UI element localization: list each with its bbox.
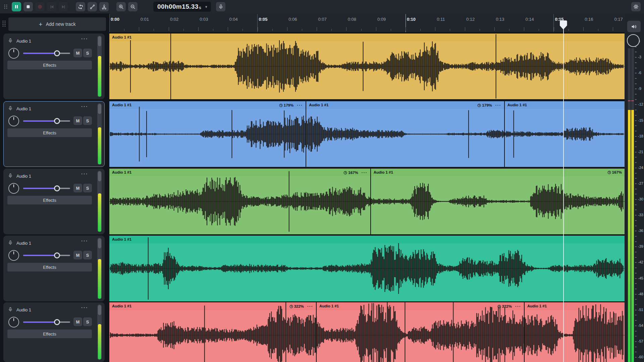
slider-thumb[interactable] [54, 118, 60, 124]
track-header[interactable]: Audio 1···MSEffects [3, 302, 105, 362]
volume-slider[interactable] [23, 118, 70, 124]
clip-menu-button[interactable]: ··· [362, 170, 368, 175]
audio-clip[interactable]: Audio 1 #1 [109, 236, 625, 301]
pause-button[interactable] [12, 2, 21, 11]
effects-button[interactable]: Effects [7, 128, 92, 137]
clip-menu-button[interactable]: ··· [297, 103, 303, 108]
record-button[interactable] [35, 2, 45, 11]
db-tick [635, 57, 637, 58]
master-speaker-button[interactable] [627, 21, 641, 32]
solo-button[interactable]: S [83, 317, 92, 326]
track-header[interactable]: Audio 1···MSEffects [3, 169, 105, 234]
audio-clip[interactable]: Audio 1 #1322%··· [317, 302, 525, 362]
time-display[interactable]: 00h00m15.33s ▾ [153, 2, 211, 12]
ruler-label: 0:00 [111, 17, 119, 22]
slider-track[interactable] [23, 321, 70, 323]
volume-slider[interactable] [23, 252, 70, 259]
effects-button[interactable]: Effects [7, 263, 92, 272]
zoom-out-button[interactable] [128, 2, 138, 11]
slider-track[interactable] [23, 120, 70, 122]
solo-button[interactable]: S [83, 251, 92, 259]
effects-button[interactable]: Effects [7, 329, 92, 338]
automation-button[interactable] [88, 2, 97, 11]
volume-slider[interactable] [23, 50, 70, 57]
track-menu-button[interactable]: ··· [81, 36, 88, 42]
stop-button[interactable] [23, 2, 33, 11]
slider-thumb[interactable] [54, 319, 60, 325]
tempo-badge[interactable]: 322% [497, 304, 512, 308]
tempo-badge[interactable]: 322% [289, 304, 304, 308]
master-volume-knob[interactable] [627, 34, 640, 47]
clip-menu-button[interactable]: ··· [307, 304, 313, 309]
mute-button[interactable]: M [73, 116, 82, 125]
clip-body [109, 109, 306, 167]
track-name[interactable]: Audio 1 [16, 174, 31, 179]
mute-button[interactable]: M [73, 184, 82, 192]
audio-clip[interactable]: Audio 1 #1322%··· [109, 302, 317, 362]
pan-knob[interactable] [8, 183, 19, 194]
effects-button[interactable]: Effects [7, 61, 92, 69]
audio-clip[interactable]: Audio 1 #1179%··· [306, 101, 505, 167]
ruler-tick [450, 29, 450, 31]
track-header[interactable]: Audio 1···MSEffects [3, 101, 105, 167]
solo-button[interactable]: S [83, 49, 92, 57]
clip-menu-button[interactable]: ··· [495, 103, 501, 108]
ruler-tick [524, 27, 524, 31]
effects-button[interactable]: Effects [7, 196, 92, 204]
tempo-badge[interactable]: 179% [279, 103, 293, 107]
mute-button[interactable]: M [73, 251, 82, 259]
track-menu-button[interactable]: ··· [81, 171, 88, 177]
db-label: -9 [638, 86, 641, 90]
tempo-badge[interactable]: 179% [477, 103, 492, 107]
audio-clip[interactable]: Audio 1 #1 [109, 34, 625, 99]
solo-button[interactable]: S [83, 116, 92, 125]
slider-thumb[interactable] [54, 252, 60, 258]
audio-clip[interactable]: Audio 1 #1167% [371, 169, 625, 234]
loop-button[interactable] [76, 2, 85, 11]
toolbar-drag-handle-icon[interactable] [3, 4, 8, 10]
mute-button[interactable]: M [73, 317, 82, 326]
skip-back-button[interactable] [47, 2, 56, 11]
pan-knob[interactable] [8, 317, 19, 327]
audio-clip[interactable]: Audio 1 #1167%··· [109, 169, 371, 234]
settings-gear-button[interactable] [631, 2, 641, 11]
mute-button[interactable]: M [73, 49, 82, 57]
volume-slider[interactable] [23, 185, 70, 192]
track-name[interactable]: Audio 1 [16, 39, 31, 44]
track-menu-button[interactable]: ··· [81, 104, 88, 109]
tempo-badge[interactable]: 167% [607, 170, 622, 174]
audio-clip[interactable]: Audio 1 #1179%··· [109, 101, 306, 167]
slider-track[interactable] [23, 53, 70, 54]
add-track-button[interactable]: + Add new track [8, 17, 106, 31]
slider-track[interactable] [23, 188, 70, 189]
timeline-ruler[interactable]: 0:000:010:020:030:040:050:060:070:080:09… [109, 13, 625, 32]
track-menu-button[interactable]: ··· [81, 238, 88, 244]
track-name[interactable]: Audio 1 [16, 106, 31, 111]
track-menu-button[interactable]: ··· [81, 305, 88, 310]
track-header[interactable]: Audio 1···MSEffects [3, 236, 105, 301]
track-header[interactable]: Audio 1···MSEffects [3, 34, 105, 99]
volume-slider[interactable] [23, 319, 70, 325]
meter-fill [631, 110, 634, 362]
slider-track[interactable] [23, 255, 70, 256]
split-scissors-button[interactable] [99, 2, 109, 11]
microphone-button[interactable] [216, 2, 225, 11]
zoom-in-button[interactable] [116, 2, 126, 11]
solo-button[interactable]: S [83, 184, 92, 192]
skip-forward-button[interactable] [59, 2, 68, 11]
tempo-badge[interactable]: 167% [343, 171, 358, 175]
pan-knob[interactable] [8, 116, 19, 126]
tracklist-drag-handle-icon[interactable] [2, 19, 6, 29]
slider-thumb[interactable] [54, 50, 60, 56]
plus-icon: + [39, 21, 43, 27]
db-tick [635, 357, 637, 358]
pan-knob[interactable] [8, 48, 19, 59]
track-name[interactable]: Audio 1 [16, 241, 31, 246]
track-name[interactable]: Audio 1 [16, 307, 31, 312]
pan-knob[interactable] [8, 250, 19, 261]
slider-thumb[interactable] [54, 185, 60, 191]
db-label: -6 [638, 71, 641, 75]
audio-clip[interactable]: Audio 1 #1 [505, 101, 625, 167]
clip-menu-button[interactable]: ··· [515, 304, 521, 309]
audio-clip[interactable]: Audio 1 #1 [525, 302, 625, 362]
